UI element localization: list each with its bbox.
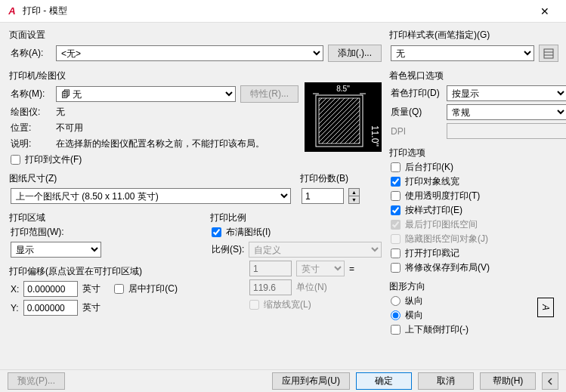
scale-n1-input [249, 261, 292, 276]
copies-group: 打印份数(B) ▲▼ [298, 172, 382, 207]
scale-lineweight-checkbox [249, 300, 259, 310]
y-unit: 英寸 [82, 301, 101, 314]
down-icon[interactable]: ▼ [349, 196, 359, 203]
y-label: Y: [11, 303, 19, 313]
cancel-button[interactable]: 取消 [418, 372, 474, 390]
hide-label: 隐藏图纸空间对象(J) [405, 233, 488, 245]
equals-label: = [349, 264, 354, 274]
print-to-file-checkbox[interactable] [11, 155, 20, 165]
lw-checkbox[interactable] [391, 177, 401, 187]
printer-name-label: 名称(M): [11, 88, 51, 100]
center-label: 居中打印(C) [128, 282, 178, 295]
hide-checkbox [391, 234, 401, 244]
page-setup-group: 页面设置 名称(A): <无> 添加(.)... [8, 29, 382, 65]
up-icon[interactable]: ▲ [349, 189, 359, 196]
scale-group: 打印比例 布满图纸(I) 比例(S):自定义 英寸 = 单位(N) 缩放线宽(L… [209, 211, 382, 365]
upside-label: 上下颠倒打印(-) [405, 323, 469, 336]
paper-size-group: 图纸尺寸(Z) 上一个图纸尺寸 (8.50 x 11.00 英寸) [8, 172, 291, 207]
landscape-label: 横向 [405, 309, 423, 322]
help-button[interactable]: 帮助(H) [480, 372, 536, 390]
bg-checkbox[interactable] [391, 162, 401, 172]
desc-value: 在选择新的绘图仪配置名称之前，不能打印该布局。 [56, 137, 298, 150]
style-table-edit-button[interactable] [539, 45, 558, 62]
shade-label: 着色打印(D) [391, 87, 442, 100]
add-button[interactable]: 添加(.)... [328, 45, 382, 62]
scale-u2-label: 单位(N) [296, 281, 345, 294]
save-checkbox[interactable] [391, 263, 401, 273]
style-table-legend: 打印样式表(画笔指定)(G) [388, 29, 491, 42]
dpi-input [447, 123, 566, 139]
last-checkbox [391, 220, 401, 230]
offset-legend: 打印偏移(原点设置在可打印区域) [8, 265, 144, 278]
svg-text:11.0'': 11.0'' [370, 125, 380, 147]
scale-label: 比例(S): [212, 243, 244, 256]
viewport-legend: 着色视口选项 [388, 69, 445, 82]
style-table-select[interactable]: 无 [391, 45, 534, 61]
upside-checkbox[interactable] [391, 325, 401, 335]
x-input[interactable] [23, 281, 78, 297]
portrait-label: 纵向 [405, 295, 423, 307]
page-setup-name-select[interactable]: <无> [56, 45, 323, 61]
print-to-file-label: 打印到文件(F) [25, 153, 82, 166]
style-label: 按样式打印(E) [405, 204, 462, 217]
landscape-radio[interactable] [391, 310, 401, 320]
fit-checkbox[interactable] [212, 227, 221, 237]
desc-label: 说明: [11, 137, 51, 150]
close-icon[interactable]: ✕ [530, 5, 560, 17]
scale-select: 自定义 [249, 242, 382, 258]
fit-label: 布满图纸(I) [226, 226, 271, 239]
scale-n2-input [249, 279, 292, 295]
orient-group: 图形方向 纵向 横向 上下颠倒打印(-) A [388, 280, 558, 338]
viewport-group: 着色视口选项 着色打印(D)按显示 质量(Q)常规 DPI [388, 69, 566, 142]
x-unit: 英寸 [82, 282, 101, 295]
scale-u1-select: 英寸 [296, 261, 345, 276]
copies-stepper[interactable]: ▲▼ [348, 188, 360, 204]
scale-legend: 打印比例 [209, 211, 248, 224]
plot-range-select[interactable]: 显示 [11, 242, 101, 258]
printer-name-select[interactable]: 🗐 无 [56, 86, 236, 102]
printer-legend: 打印机/绘图仪 [8, 69, 67, 82]
app-logo: A [6, 5, 18, 17]
options-group: 打印选项 后台打印(K) 打印对象线宽 使用透明度打印(T) 按样式打印(E) … [388, 147, 558, 276]
svg-rect-1 [319, 98, 360, 144]
paper-size-legend: 图纸尺寸(Z) [8, 172, 58, 185]
quality-select[interactable]: 常规 [447, 104, 566, 120]
stamp-label: 打开打印戳记 [405, 247, 459, 260]
svg-rect-5 [544, 49, 553, 58]
stamp-checkbox[interactable] [391, 248, 401, 258]
chevron-left-icon [546, 378, 554, 385]
orientation-icon: A [537, 298, 554, 317]
location-value: 不可用 [56, 122, 83, 134]
printer-group: 打印机/绘图仪 名称(M): 🗐 无 特性(R)... 绘图仪:无 位置:不可用… [8, 69, 382, 168]
trans-checkbox[interactable] [391, 191, 401, 201]
plot-range-label: 打印范围(W): [11, 226, 198, 239]
preview-button: 预览(P)... [8, 372, 65, 390]
center-checkbox[interactable] [114, 284, 124, 294]
plot-area-group: 打印区域 打印范围(W): 显示 [8, 211, 201, 261]
x-label: X: [11, 284, 19, 295]
orient-legend: 图形方向 [388, 280, 427, 293]
plotter-label: 绘图仪: [11, 106, 51, 119]
name-label: 名称(A): [11, 47, 51, 60]
expand-button[interactable] [542, 372, 558, 390]
ok-button[interactable]: 确定 [356, 372, 412, 390]
page-setup-legend: 页面设置 [8, 29, 47, 42]
shade-select[interactable]: 按显示 [447, 85, 566, 101]
portrait-radio[interactable] [391, 296, 401, 306]
y-input[interactable] [23, 300, 78, 316]
plotter-value: 无 [56, 106, 65, 119]
apply-button[interactable]: 应用到布局(U) [272, 372, 350, 390]
properties-button: 特性(R)... [240, 85, 298, 103]
style-table-group: 打印样式表(画笔指定)(G) 无 [388, 29, 558, 65]
copies-legend: 打印份数(B) [298, 172, 350, 185]
bg-label: 后台打印(K) [405, 161, 453, 174]
style-checkbox[interactable] [391, 205, 401, 215]
window-title: 打印 - 模型 [23, 5, 530, 17]
copies-input[interactable] [302, 188, 344, 204]
last-label: 最后打印图纸空间 [405, 218, 478, 231]
dpi-label: DPI [391, 126, 442, 137]
paper-size-select[interactable]: 上一个图纸尺寸 (8.50 x 11.00 英寸) [11, 188, 291, 204]
save-label: 将修改保存到布局(V) [405, 261, 490, 274]
quality-label: 质量(Q) [391, 106, 442, 119]
trans-label: 使用透明度打印(T) [405, 190, 480, 202]
